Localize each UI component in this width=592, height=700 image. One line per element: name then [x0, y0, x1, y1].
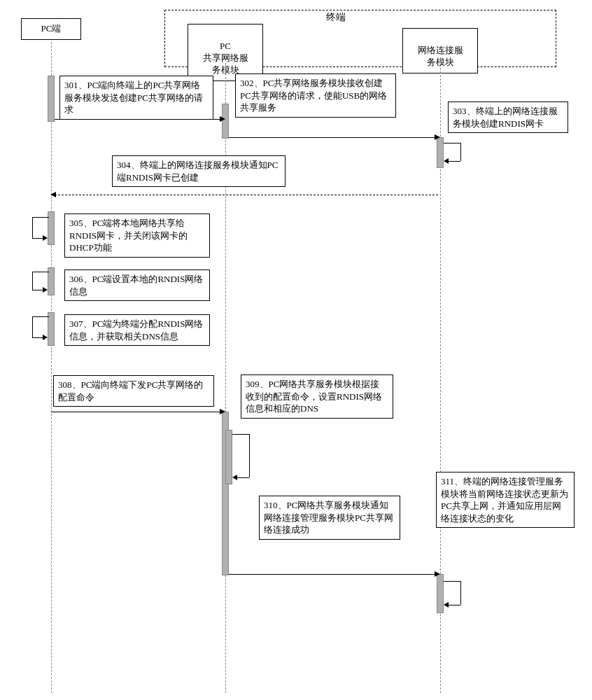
msg-309: 309、PC网络共享服务模块根据接收到的配置命令，设置RNDIS网络信息和相应的…	[241, 374, 393, 419]
activation-pc-301	[48, 76, 55, 122]
self-loop-305	[32, 217, 49, 238]
msg-304: 304、终端上的网络连接服务模块通知PC端RNDIS网卡已创建	[112, 155, 286, 187]
participant-pc: PC端	[21, 18, 81, 40]
msg-308: 308、PC端向终端下发PC共享网络的配置命令	[53, 375, 214, 407]
arrow-head-302-303	[435, 134, 440, 140]
arrow-head-310	[435, 571, 440, 577]
arrow-head-308	[220, 409, 225, 414]
msg-310: 310、PC网络共享服务模块通知网络连接管理服务模块PC共享网络连接成功	[259, 496, 400, 540]
msg-305: 305、PC端将本地网络共享给RNDIS网卡，并关闭该网卡的DHCP功能	[64, 214, 210, 258]
terminal-label: 终端	[308, 11, 364, 24]
arrow-308	[51, 412, 223, 412]
msg-303: 303、终端上的网络连接服务模块创建RNDIS网卡	[448, 102, 568, 133]
arrow-head-304	[50, 192, 56, 197]
msg-301: 301、PC端向终端上的PC共享网络服务模块发送创建PC共享网络的请求	[59, 76, 213, 120]
self-loop-311	[444, 581, 460, 605]
arrow-310	[229, 574, 437, 575]
self-loop-306	[32, 272, 49, 290]
arrow-head-301	[220, 116, 225, 122]
self-loop-303	[444, 143, 460, 161]
activation-net-303	[437, 137, 444, 168]
msg-307: 307、PC端为终端分配RNDIS网络信息，并获取相关DNS信息	[64, 314, 210, 346]
activation-share-309b	[225, 430, 232, 484]
self-loop-309	[232, 434, 249, 477]
arrow-302-303	[229, 137, 437, 138]
lifeline-pc	[51, 42, 52, 693]
activation-net-311	[437, 574, 444, 613]
msg-311: 311、终端的网络连接管理服务模块将当前网络连接状态更新为PC共享上网，并通知应…	[436, 472, 575, 528]
self-loop-307	[32, 316, 49, 337]
participant-pc-label: PC端	[41, 23, 62, 34]
msg-302: 302、PC共享网络服务模块接收创建PC共享网络的请求，使能USB的网络共享服务	[235, 74, 396, 118]
msg-306: 306、PC端设置本地的RNDIS网络信息	[64, 270, 210, 301]
arrow-304	[55, 195, 438, 195]
